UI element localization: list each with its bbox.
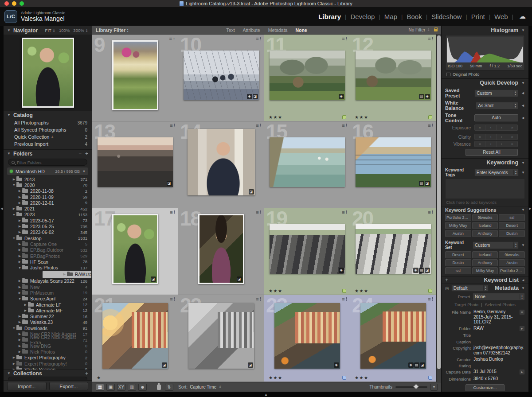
module-develop[interactable]: Develop — [350, 13, 375, 20]
star-rating[interactable]: ★ — [97, 375, 101, 380]
metadata-field-value[interactable]: josh@expertphotography.com 07792582142 — [473, 345, 525, 355]
star-rating[interactable]: ★★★ — [355, 288, 368, 293]
folder-row[interactable]: ▶2013371 — [4, 176, 92, 182]
panel-switch-icon[interactable]: ◄ — [521, 103, 525, 108]
develop-badge-icon[interactable]: ◈ — [339, 268, 344, 273]
increase-button[interactable]: › — [497, 134, 507, 140]
star-rating[interactable]: ★★★ — [269, 288, 282, 293]
grid-cell-22[interactable]: 22≡!◪ — [178, 295, 264, 382]
filter-collections-input[interactable] — [8, 377, 87, 380]
disclosure-triangle-icon[interactable]: ▶ — [12, 356, 16, 359]
grid-view-button[interactable]: ▦ — [96, 384, 104, 391]
grid-cell-23[interactable]: 23≡!◈★★★ — [264, 295, 350, 382]
catalog-header[interactable]: ▼ Catalog — [4, 111, 92, 119]
grid-cell-13[interactable]: 13≡!◪ — [92, 121, 178, 208]
add-folder-button[interactable]: + — [85, 151, 88, 157]
folder-row[interactable]: ▼20231153 — [4, 212, 92, 218]
cell-options-icon[interactable]: ≡! — [256, 123, 261, 128]
metadata-field-value[interactable]: Berlin, Germany 2015-July 31, 2015-101.C… — [473, 309, 516, 325]
disclosure-triangle-icon[interactable]: ▼ — [12, 327, 16, 330]
photo-thumbnail[interactable]: ◪ — [102, 303, 168, 369]
disclosure-triangle-icon[interactable]: ▼ — [12, 213, 16, 216]
disclosure-triangle-icon[interactable]: ▶ — [18, 189, 22, 193]
field-goto-button[interactable]: ▸ — [519, 369, 525, 375]
folders-header[interactable]: ▼ Folders − + — [4, 149, 92, 157]
add-collection-button[interactable]: + — [85, 370, 88, 377]
metadata-tab-target-photo[interactable]: Target Photo — [454, 302, 478, 307]
grid-cell-12[interactable]: 12≡!▤◈★★★ — [350, 35, 436, 121]
star-rating[interactable]: ★★★ — [355, 115, 368, 120]
zoom-fit-button[interactable]: FIT ⇕ — [45, 28, 55, 33]
cell-options-icon[interactable]: ≡! — [256, 296, 261, 302]
loupe-view-button[interactable]: ▣ — [106, 384, 115, 391]
filter-option-metadata[interactable]: Metadata — [268, 27, 288, 33]
disclosure-triangle-icon[interactable]: ▶ — [12, 362, 16, 366]
folder-row[interactable]: ▶EP.BagPhotos529 — [4, 253, 92, 259]
keyword-badge-icon[interactable]: ▤ — [419, 94, 424, 99]
photo-thumbnail[interactable] — [112, 40, 158, 110]
catalog-item[interactable]: Quick Collection +2 — [4, 133, 92, 140]
decrease-large-button[interactable]: « — [474, 134, 485, 140]
histogram-chart[interactable] — [447, 37, 523, 62]
cell-options-icon[interactable]: ≡! — [170, 123, 175, 128]
grid-cell-11[interactable]: 11≡!◈★★★ — [264, 35, 350, 121]
folder-row[interactable]: ▶2020-12-019 — [4, 200, 92, 206]
filter-preset-stepper[interactable]: ⇕ — [427, 28, 430, 32]
color-label-chip[interactable] — [342, 115, 346, 119]
catalog-item[interactable]: All Photographs3679 — [4, 119, 92, 126]
folder-row[interactable]: ▶2023-05-1773 — [4, 218, 92, 223]
disclosure-triangle-icon[interactable]: ▶ — [18, 219, 22, 222]
export-button[interactable]: Export... — [49, 382, 89, 390]
photo-thumbnail[interactable]: ▤◈ — [356, 51, 431, 100]
increase-large-button[interactable]: » — [507, 141, 518, 147]
develop-badge-icon[interactable]: ◈ — [339, 94, 344, 99]
disclosure-triangle-icon[interactable]: ▶ — [18, 320, 22, 324]
disclosure-triangle-icon[interactable]: ▶ — [18, 344, 22, 348]
add-keyword-button[interactable]: + — [445, 277, 448, 283]
disclosure-triangle-icon[interactable]: ▶ — [18, 242, 22, 246]
metadata-field-value[interactable]: 31 Jul 2015 — [473, 369, 516, 375]
panel-switch-icon[interactable]: ◄ — [521, 91, 525, 95]
disclosure-triangle-icon[interactable]: ▶ — [63, 272, 66, 276]
cell-options-icon[interactable]: ≡! — [342, 36, 347, 41]
develop-badge-icon[interactable]: ◈ — [413, 268, 419, 273]
crop-badge-icon[interactable]: ◪ — [253, 94, 258, 99]
increase-large-button[interactable]: » — [507, 125, 518, 131]
develop-badge-icon[interactable]: ◈ — [408, 362, 414, 368]
sort-value[interactable]: Capture Time — [190, 385, 216, 389]
grid-cell-21[interactable]: 21≡!◪★ — [92, 295, 178, 382]
keyword-badge-icon[interactable]: ▤ — [419, 268, 424, 273]
compare-view-button[interactable]: XY — [117, 384, 125, 391]
disclosure-triangle-icon[interactable]: ▼ — [18, 266, 22, 269]
crop-badge-icon[interactable]: ◪ — [425, 181, 430, 186]
keyword-tags-select[interactable]: Enter Keywords▴▾ — [474, 169, 519, 176]
sort-stepper[interactable]: ⇕ — [219, 385, 222, 389]
folder-row[interactable]: ▶Expert Photography2 — [4, 355, 92, 361]
disclosure-triangle-icon[interactable]: ▼ — [12, 183, 16, 187]
folder-row[interactable]: ▶Alternate LF12 — [4, 302, 92, 307]
crop-badge-icon[interactable]: ◪ — [249, 189, 254, 195]
auto-tone-button[interactable]: Auto — [474, 114, 518, 121]
metadata-field-value[interactable] — [473, 339, 525, 344]
keyword-suggestion-button[interactable]: Dustin — [499, 230, 525, 237]
grid-cell-20[interactable]: 20≡!◈▤◪★★★ — [350, 208, 436, 295]
disclosure-triangle-icon[interactable]: ▶ — [18, 350, 22, 354]
catalog-item[interactable]: Previous Import4 — [4, 140, 92, 148]
traffic-lights[interactable] — [4, 1, 24, 6]
folder-row[interactable]: ▶Expert Photography!0 — [4, 361, 92, 366]
photo-thumbnail[interactable]: ◈▤◪ — [356, 224, 431, 274]
metadata-field-value[interactable]: RAW — [473, 326, 516, 331]
cell-options-icon[interactable]: ≡! — [170, 210, 175, 215]
crop-badge-icon[interactable]: ◪ — [425, 268, 430, 273]
photo-thumbnail[interactable]: ◈◪ — [184, 51, 259, 100]
disclosure-triangle-icon[interactable]: ▶ — [18, 201, 22, 205]
metadata-preset-select[interactable]: None▴▾ — [473, 293, 525, 300]
left-panel-collapse[interactable]: ◀ — [0, 26, 4, 392]
panel-switch-icon[interactable]: ◄ — [521, 116, 525, 120]
module-print[interactable]: Print — [471, 13, 485, 20]
develop-badge-icon[interactable]: ◈ — [425, 94, 430, 99]
zoom-button[interactable] — [20, 1, 24, 6]
field-menu-button[interactable]: ≡ — [519, 309, 525, 315]
folder-row[interactable]: ▶2023-06-02345 — [4, 230, 92, 235]
disclosure-triangle-icon[interactable]: ▼ — [18, 297, 22, 300]
